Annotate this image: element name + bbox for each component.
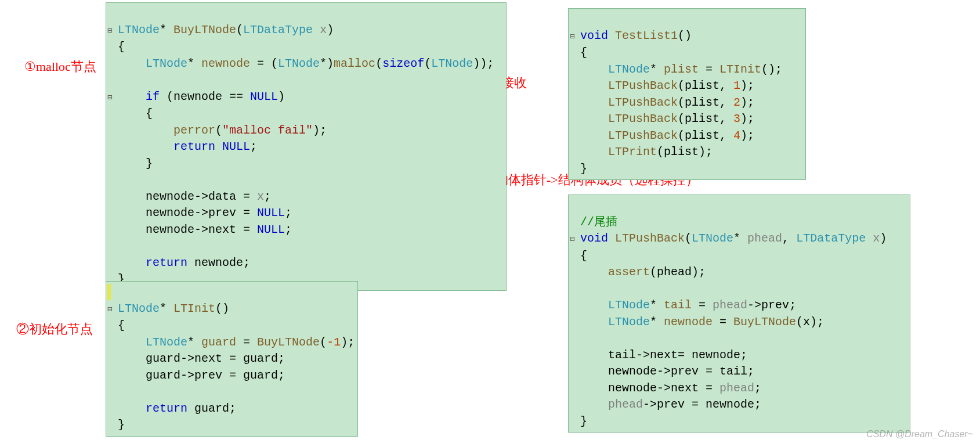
code-block-ltpushback: //尾插 void LTPushBack(LTNode* phead, LTDa…: [568, 195, 910, 433]
watermark: CSDN @Dream_Chaser~: [866, 429, 973, 440]
code-block-ltinit: LTNode* LTInit() { LTNode* guard = BuyLT…: [106, 281, 358, 437]
code-block-buyltnode: LTNode* BuyLTNode(LTDataType x) { LTNode…: [106, 2, 507, 291]
annotation-2-init: ②初始化节点: [16, 320, 93, 338]
annotation-1-malloc: ①malloc节点: [24, 58, 96, 75]
code-block-testlist1: void TestList1() { LTNode* plist = LTIni…: [568, 8, 806, 180]
